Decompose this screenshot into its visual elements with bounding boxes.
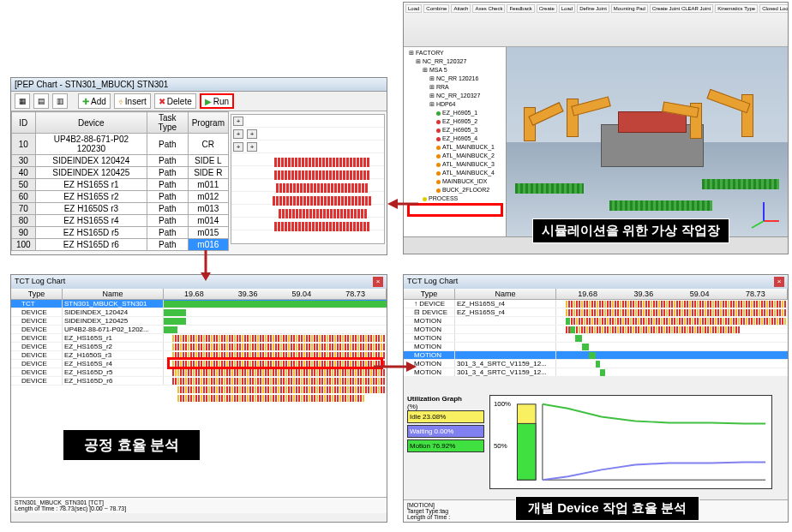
table-row[interactable]: 60EZ HS165S r2Pathm012 bbox=[12, 191, 229, 203]
ribbon-button[interactable]: Feedback bbox=[507, 4, 534, 13]
svg-marker-10 bbox=[387, 199, 398, 209]
close-icon[interactable]: × bbox=[774, 277, 784, 287]
add-button[interactable]: ✚Add bbox=[78, 93, 111, 109]
table-row[interactable]: 30SIDEINDEX 120424PathSIDE L bbox=[12, 155, 229, 167]
col-id[interactable]: ID bbox=[12, 112, 36, 134]
tree-node[interactable]: ATL_MAINBUCK_4 bbox=[405, 169, 504, 177]
tree-node[interactable]: ⊞ MSA 5 bbox=[405, 66, 504, 75]
table-row[interactable]: 50EZ HS165S r1Pathm011 bbox=[12, 179, 229, 191]
tct-right-rows[interactable]: ↑ DEVICEEZ_HS165S_r4⊟ DEVICEEZ_HS165S_r4… bbox=[404, 300, 788, 377]
col-device[interactable]: Device bbox=[35, 112, 147, 134]
pep-table[interactable]: ID Device Task Type Program 10UP4B2-88-6… bbox=[11, 111, 229, 251]
list-item[interactable]: MOTION bbox=[404, 326, 788, 334]
table-row[interactable]: 100EZ HS165D r6Pathm016 bbox=[12, 239, 229, 251]
cad-3d-viewport[interactable] bbox=[507, 47, 788, 236]
toolbar-icon-2[interactable]: ▤ bbox=[33, 93, 49, 109]
tree-node[interactable]: BUCK_2FLOOR2 bbox=[405, 186, 504, 194]
tree-node[interactable]: ⊞ NC_RR_120327 bbox=[405, 92, 504, 100]
ribbon-button[interactable]: Kinematics Type bbox=[715, 4, 758, 13]
tct-left-title: TCT Log Chart bbox=[15, 277, 65, 287]
list-item[interactable]: ⊟ DEVICEEZ_HS165S_r4 bbox=[404, 308, 788, 317]
motion-legend: Motion 76.92% bbox=[407, 439, 484, 452]
tct-right-header: Type Name 19.6839.3659.0478.73 bbox=[404, 289, 788, 300]
list-item[interactable]: MOTION bbox=[404, 317, 788, 326]
cad-tree[interactable]: ⊞ FACTORY⊞ NC_RR_120327⊞ MSA 5⊞ NC_RR 12… bbox=[404, 47, 507, 236]
list-item[interactable]: MOTION301_3_4_SRTC_V1159_12... bbox=[404, 360, 788, 368]
tree-node[interactable]: ⊞ FACTORY bbox=[405, 49, 504, 57]
tree-node[interactable]: ⊞ RRA bbox=[405, 83, 504, 92]
tree-node[interactable]: PROCESS bbox=[405, 194, 504, 203]
tree-node[interactable]: EZ_H6905_1 bbox=[405, 109, 504, 117]
table-row[interactable]: 90EZ HS165D r5Pathm015 bbox=[12, 227, 229, 239]
list-item[interactable]: DEVICESIDEINDEX_120424 bbox=[11, 308, 387, 317]
tree-node[interactable]: ATL_MAINBUCK_1 bbox=[405, 143, 504, 152]
toolbar-icon-1[interactable]: ▦ bbox=[15, 93, 30, 109]
ribbon-button[interactable]: Load bbox=[405, 4, 422, 13]
list-item[interactable]: DEVICESIDEINDEX_120425 bbox=[11, 317, 387, 326]
toolbar-icon-3[interactable]: ▥ bbox=[52, 93, 68, 109]
utilization-graph: 100% 50% bbox=[489, 395, 772, 489]
ribbon-button[interactable]: Define Joint bbox=[577, 4, 609, 13]
tree-node[interactable]: ⊞ NC_RR_120327 bbox=[405, 57, 504, 66]
list-item[interactable]: ↑ DEVICEEZ_HS165S_r4 bbox=[404, 300, 788, 308]
list-item[interactable]: DEVICEEZ_HS165D_r6 bbox=[11, 377, 387, 386]
pep-gantt-area[interactable]: +++++ bbox=[231, 114, 385, 244]
ribbon-button[interactable]: Create bbox=[537, 4, 557, 13]
tree-node[interactable]: EZ_H6905_3 bbox=[405, 126, 504, 134]
ribbon-button[interactable]: Load bbox=[559, 4, 575, 13]
svg-line-2 bbox=[752, 221, 764, 228]
tct-left-rows[interactable]: TCTSTN301_MBUCK_STN301DEVICESIDEINDEX_12… bbox=[11, 300, 387, 386]
tree-node[interactable]: ATL_MAINBUCK_2 bbox=[405, 152, 504, 160]
delete-button[interactable]: ✖Delete bbox=[154, 93, 196, 109]
insert-button[interactable]: ⎀Insert bbox=[114, 93, 151, 109]
pep-toolbar: ▦ ▤ ▥ ✚Add ⎀Insert ✖Delete ▶Run bbox=[11, 92, 387, 111]
tree-node[interactable]: ⊞ HDP64 bbox=[405, 100, 504, 109]
list-item[interactable]: DEVICEEZ_HS165S_r1 bbox=[11, 334, 387, 343]
list-item[interactable]: MOTION bbox=[404, 343, 788, 351]
table-row[interactable]: 40SIDEINDEX 120425PathSIDE R bbox=[12, 167, 229, 179]
list-item[interactable]: MOTION bbox=[404, 351, 788, 360]
tree-node[interactable]: EZ_H6905_2 bbox=[405, 117, 504, 126]
table-row[interactable]: 10UP4B2-88-671-P02 120230PathCR bbox=[12, 134, 229, 155]
tree-node[interactable]: MAINBUCK_IDX bbox=[405, 177, 504, 186]
list-item[interactable]: MOTION bbox=[404, 334, 788, 343]
table-row[interactable]: 70EZ H1650S r3Pathm013 bbox=[12, 203, 229, 215]
ribbon-button[interactable]: Mounting Pad bbox=[611, 4, 648, 13]
ribbon-button[interactable]: Closed Loop bbox=[759, 4, 788, 13]
tree-node[interactable]: EZ_H6905_4 bbox=[405, 134, 504, 143]
cad-caption: 시뮬레이션을 위한 가상 작업장 bbox=[532, 218, 729, 243]
pep-chart-window: [PEP Chart - STN301_MBUCK] STN301 ▦ ▤ ▥ … bbox=[10, 77, 387, 255]
tct-log-chart-left: TCT Log Chart × Type Name 19.6839.3659.0… bbox=[10, 274, 387, 523]
y-axis-50: 50% bbox=[494, 442, 507, 450]
tct-right-title: TCT Log Chart bbox=[407, 277, 458, 287]
col-program[interactable]: Program bbox=[188, 112, 228, 134]
col-task-type[interactable]: Task Type bbox=[147, 112, 189, 134]
tct-left-footer: STN301_MBUCK_STN301 [TCT] Length of Time… bbox=[11, 497, 387, 513]
ribbon-button[interactable]: Create Joint CLEAR Joint bbox=[650, 4, 713, 13]
list-item[interactable]: MOTION301_3_4_SRTC_V1159_12... bbox=[404, 368, 788, 377]
tree-node[interactable]: ATL_MAINBUCK_3 bbox=[405, 160, 504, 169]
list-item[interactable]: DEVICEEZ_HS165D_r5 bbox=[11, 368, 387, 377]
list-item[interactable]: DEVICEEZ_HS165S_r4 bbox=[11, 360, 387, 368]
pep-window-title: [PEP Chart - STN301_MBUCK] STN301 bbox=[11, 78, 387, 92]
list-item[interactable]: TCTSTN301_MBUCK_STN301 bbox=[11, 300, 387, 308]
tct-log-chart-right: TCT Log Chart × Type Name 19.6839.3659.0… bbox=[403, 274, 789, 523]
ribbon-button[interactable]: Attach bbox=[451, 4, 471, 13]
axes-gizmo bbox=[747, 195, 781, 230]
tct-right-caption: 개별 Device 작업 효율 분석 bbox=[515, 496, 699, 521]
ribbon-button[interactable]: Axes Check bbox=[472, 4, 505, 13]
y-axis-100: 100% bbox=[494, 400, 511, 408]
close-icon[interactable]: × bbox=[373, 277, 383, 287]
ribbon-button[interactable]: Combine bbox=[423, 4, 449, 13]
tree-node[interactable]: ⊞ NC_RR 120216 bbox=[405, 75, 504, 83]
list-item[interactable]: DEVICEUP4B2-88-671-P02_1202... bbox=[11, 326, 387, 334]
utilization-legend: Utilization Graph (%) Idle 23.08% Waitin… bbox=[407, 395, 484, 454]
tct-left-header: Type Name 19.6839.3659.0478.73 bbox=[11, 289, 387, 300]
table-row[interactable]: 80EZ HS165S r4Pathm014 bbox=[12, 215, 229, 227]
cad-window: LoadCombineAttachAxes CheckFeedbackCreat… bbox=[403, 2, 789, 254]
list-item[interactable]: DEVICEEZ_H1650S_r3 bbox=[11, 351, 387, 360]
run-button[interactable]: ▶Run bbox=[200, 93, 234, 109]
list-item[interactable]: DEVICEEZ_HS165S_r2 bbox=[11, 343, 387, 351]
idle-legend: Idle 23.08% bbox=[407, 410, 484, 423]
waiting-legend: Waiting 0.00% bbox=[407, 425, 484, 438]
